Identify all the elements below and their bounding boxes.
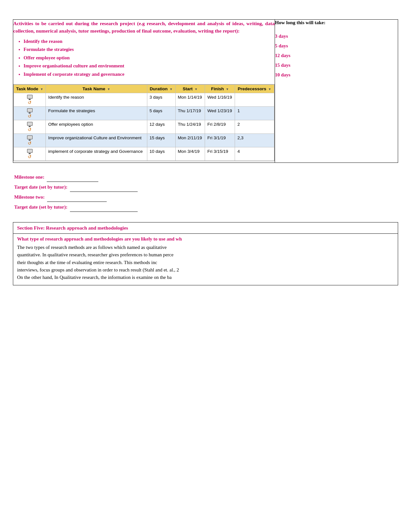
task-mode-icon: ↺ bbox=[14, 134, 46, 147]
section-five-para5: On the other hand, In Qualitative resear… bbox=[17, 274, 394, 281]
main-outer-table: Activities to be carried out during the … bbox=[13, 19, 398, 163]
table-row: ↺ Identify the reason3 daysMon 1/14/19We… bbox=[14, 93, 274, 107]
day-item: 15 days bbox=[275, 60, 398, 70]
task-finish: Fri 3/1/19 bbox=[205, 134, 235, 147]
section-five-para3: their thoughts at the time of evaluating… bbox=[17, 259, 394, 266]
bullet-identify: Identify the reason bbox=[24, 37, 275, 46]
bullet-offer: Offer employee option bbox=[24, 54, 275, 62]
gantt-wrapper: Task Mode ▼ Task Name ▼ Duration ▼ Start… bbox=[13, 84, 275, 161]
target-one-line: Target date (set by tutor): bbox=[14, 182, 397, 192]
bullet-improve: Improve organisational culture and envir… bbox=[24, 62, 275, 70]
milestone-one-label: Milestone one: bbox=[14, 174, 44, 180]
activities-header: Activities to be carried out during the … bbox=[13, 20, 275, 35]
task-duration: 10 days bbox=[147, 147, 175, 161]
day-item: 5 days bbox=[275, 41, 398, 51]
section-five-wrapper: Section Five: Research approach and meth… bbox=[13, 222, 398, 285]
task-predecessors: 1 bbox=[235, 107, 274, 120]
task-start: Mon 1/14/19 bbox=[175, 93, 205, 107]
task-start: Thu 1/24/19 bbox=[175, 120, 205, 134]
task-name: Offer employees option bbox=[46, 120, 147, 134]
task-name: implement of corporate strategy and Gove… bbox=[46, 147, 147, 161]
task-predecessors: 4 bbox=[235, 147, 274, 161]
day-item: 3 days bbox=[275, 31, 398, 41]
task-mode-icon: ↺ bbox=[14, 107, 46, 120]
task-start: Thu 1/17/19 bbox=[175, 107, 205, 120]
task-duration: 5 days bbox=[147, 107, 175, 120]
task-finish: Wed 1/16/19 bbox=[205, 93, 235, 107]
day-item: 12 days bbox=[275, 51, 398, 60]
section-five-question: What type of research approach and metho… bbox=[17, 236, 394, 242]
table-row: ↺ Improve organizational Culture and Env… bbox=[14, 134, 274, 147]
gantt-table: Task Mode ▼ Task Name ▼ Duration ▼ Start… bbox=[14, 84, 274, 161]
bullet-formulate: Formulate the strategies bbox=[24, 45, 275, 54]
target-one-blank[interactable] bbox=[70, 182, 138, 192]
activities-bullet-list: Identify the reason Formulate the strate… bbox=[24, 37, 275, 79]
task-finish: Fri 3/15/19 bbox=[205, 147, 235, 161]
task-finish: Wed 1/23/19 bbox=[205, 107, 235, 120]
task-name: Formulate the strategies bbox=[46, 107, 147, 120]
col-task-name[interactable]: Task Name ▼ bbox=[46, 85, 147, 93]
section-five-para1: The two types of research methods are as… bbox=[17, 244, 394, 251]
col-duration[interactable]: Duration ▼ bbox=[147, 85, 175, 93]
task-predecessors: 2 bbox=[235, 120, 274, 134]
target-two-line: Target date (set by tutor): bbox=[14, 202, 397, 212]
milestone-two-blank[interactable] bbox=[47, 192, 107, 202]
task-start: Mon 3/4/19 bbox=[175, 147, 205, 161]
col-start[interactable]: Start ▼ bbox=[175, 85, 205, 93]
target-one-label: Target date (set by tutor): bbox=[14, 184, 67, 190]
task-duration: 15 days bbox=[147, 134, 175, 147]
task-duration: 12 days bbox=[147, 120, 175, 134]
task-mode-icon: ↺ bbox=[14, 147, 46, 161]
target-two-label: Target date (set by tutor): bbox=[14, 204, 67, 210]
target-two-blank[interactable] bbox=[70, 202, 138, 212]
milestone-one-blank[interactable] bbox=[47, 172, 98, 182]
table-row: ↺ implement of corporate strategy and Go… bbox=[14, 147, 274, 161]
task-finish: Fri 2/8/19 bbox=[205, 120, 235, 134]
milestone-two-line: Milestone two: bbox=[14, 192, 397, 202]
left-activities-cell: Activities to be carried out during the … bbox=[13, 20, 275, 163]
task-name: Identify the reason bbox=[46, 93, 147, 107]
day-item: 10 days bbox=[275, 70, 398, 80]
milestone-section: Milestone one: Target date (set by tutor… bbox=[13, 172, 398, 212]
col-predecessors[interactable]: Predecessors ▼ bbox=[235, 85, 274, 93]
how-long-label: How long this will take: bbox=[275, 20, 398, 25]
section-five-header: Section Five: Research approach and meth… bbox=[13, 222, 398, 234]
col-task-mode[interactable]: Task Mode ▼ bbox=[14, 85, 46, 93]
days-list: 3 days5 days12 days15 days10 days bbox=[275, 31, 398, 80]
section-five-para2: quantitative. In qualitative research, r… bbox=[17, 251, 394, 259]
task-predecessors: 2,3 bbox=[235, 134, 274, 147]
task-predecessors bbox=[235, 93, 274, 107]
task-name: Improve organizational Culture and Envir… bbox=[46, 134, 147, 147]
milestone-two-label: Milestone two: bbox=[14, 194, 45, 200]
task-start: Mon 2/11/19 bbox=[175, 134, 205, 147]
right-duration-cell: How long this will take: 3 days5 days12 … bbox=[275, 20, 398, 163]
milestone-one-line: Milestone one: bbox=[14, 172, 397, 182]
task-duration: 3 days bbox=[147, 93, 175, 107]
table-row: ↺ Formulate the strategies5 daysThu 1/17… bbox=[14, 107, 274, 120]
section-five-body: What type of research approach and metho… bbox=[13, 234, 398, 285]
section-five-para4: interviews, focus groups and observation… bbox=[17, 266, 394, 274]
task-mode-icon: ↺ bbox=[14, 120, 46, 134]
table-row: ↺ Offer employees option12 daysThu 1/24/… bbox=[14, 120, 274, 134]
col-finish[interactable]: Finish ▼ bbox=[205, 85, 235, 93]
bullet-implement: Implement of corporate strategy and gove… bbox=[24, 70, 275, 79]
task-mode-icon: ↺ bbox=[14, 93, 46, 107]
